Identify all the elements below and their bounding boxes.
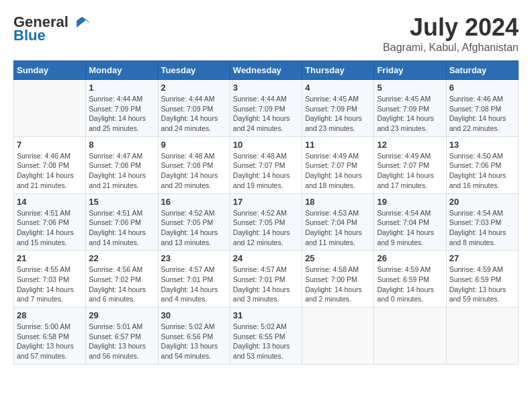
day-cell-1-3: 10Sunrise: 4:48 AMSunset: 7:07 PMDayligh…	[230, 136, 302, 193]
day-detail: Sunrise: 4:44 AMSunset: 7:09 PMDaylight:…	[233, 94, 299, 134]
day-detail: Sunrise: 4:53 AMSunset: 7:04 PMDaylight:…	[305, 208, 371, 248]
day-number: 8	[89, 140, 154, 150]
day-number: 1	[89, 83, 154, 93]
day-number: 18	[305, 197, 371, 207]
day-cell-0-6: 6Sunrise: 4:46 AMSunset: 7:08 PMDaylight…	[446, 80, 518, 137]
day-detail: Sunrise: 4:57 AMSunset: 7:01 PMDaylight:…	[161, 265, 227, 304]
day-number: 3	[233, 83, 299, 93]
day-number: 19	[377, 197, 443, 207]
day-number: 20	[449, 197, 515, 207]
col-thursday: Thursday	[302, 61, 374, 80]
location-subtitle: Bagrami, Kabul, Afghanistan	[383, 42, 519, 54]
day-detail: Sunrise: 4:49 AMSunset: 7:07 PMDaylight:…	[377, 151, 443, 191]
day-cell-3-2: 23Sunrise: 4:57 AMSunset: 7:01 PMDayligh…	[158, 250, 230, 308]
col-monday: Monday	[86, 61, 158, 80]
day-number: 14	[17, 197, 83, 207]
day-number: 13	[449, 140, 515, 150]
day-detail: Sunrise: 4:58 AMSunset: 7:00 PMDaylight:…	[305, 265, 371, 304]
day-number: 6	[449, 83, 515, 93]
day-number: 16	[161, 197, 227, 207]
day-detail: Sunrise: 4:45 AMSunset: 7:09 PMDaylight:…	[377, 94, 443, 134]
day-detail: Sunrise: 4:44 AMSunset: 7:09 PMDaylight:…	[161, 94, 227, 134]
day-cell-3-5: 26Sunrise: 4:59 AMSunset: 6:59 PMDayligh…	[374, 250, 446, 308]
calendar-header-row: Sunday Monday Tuesday Wednesday Thursday…	[14, 61, 519, 80]
calendar-table: Sunday Monday Tuesday Wednesday Thursday…	[13, 60, 519, 365]
day-number: 30	[161, 310, 227, 320]
logo-blue-text: Blue	[13, 27, 46, 44]
day-number: 21	[17, 253, 83, 263]
day-number: 31	[233, 310, 299, 320]
week-row-2: 7Sunrise: 4:46 AMSunset: 7:08 PMDaylight…	[14, 136, 519, 193]
week-row-4: 21Sunrise: 4:55 AMSunset: 7:03 PMDayligh…	[14, 250, 519, 308]
day-cell-1-1: 8Sunrise: 4:47 AMSunset: 7:08 PMDaylight…	[86, 136, 158, 193]
day-detail: Sunrise: 4:48 AMSunset: 7:08 PMDaylight:…	[161, 151, 227, 191]
day-cell-3-1: 22Sunrise: 4:56 AMSunset: 7:02 PMDayligh…	[86, 250, 158, 308]
title-section: July 2024 Bagrami, Kabul, Afghanistan	[383, 13, 519, 54]
day-cell-4-1: 29Sunrise: 5:01 AMSunset: 6:57 PMDayligh…	[86, 308, 158, 365]
col-wednesday: Wednesday	[230, 61, 302, 80]
day-number: 11	[305, 140, 371, 150]
day-number: 22	[89, 253, 154, 263]
day-number: 24	[233, 253, 299, 263]
day-detail: Sunrise: 4:49 AMSunset: 7:07 PMDaylight:…	[305, 151, 371, 191]
col-friday: Friday	[374, 61, 446, 80]
day-number: 9	[161, 140, 227, 150]
day-number: 4	[305, 83, 371, 93]
day-detail: Sunrise: 5:00 AMSunset: 6:58 PMDaylight:…	[17, 322, 83, 361]
day-number: 12	[377, 140, 443, 150]
day-number: 27	[449, 253, 515, 263]
day-cell-0-5: 5Sunrise: 4:45 AMSunset: 7:09 PMDaylight…	[374, 80, 446, 137]
day-detail: Sunrise: 5:02 AMSunset: 6:55 PMDaylight:…	[233, 322, 299, 361]
day-detail: Sunrise: 4:55 AMSunset: 7:03 PMDaylight:…	[17, 265, 83, 304]
day-cell-2-5: 19Sunrise: 4:54 AMSunset: 7:04 PMDayligh…	[374, 193, 446, 250]
logo: General Blue	[13, 13, 90, 44]
day-cell-0-2: 2Sunrise: 4:44 AMSunset: 7:09 PMDaylight…	[158, 80, 230, 137]
day-detail: Sunrise: 4:44 AMSunset: 7:09 PMDaylight:…	[89, 94, 154, 134]
day-cell-4-4	[302, 308, 374, 365]
day-cell-2-0: 14Sunrise: 4:51 AMSunset: 7:06 PMDayligh…	[14, 193, 86, 250]
col-sunday: Sunday	[14, 61, 86, 80]
day-number: 7	[17, 140, 83, 150]
day-number: 25	[305, 253, 371, 263]
day-cell-4-2: 30Sunrise: 5:02 AMSunset: 6:56 PMDayligh…	[158, 308, 230, 365]
day-cell-4-5	[374, 308, 446, 365]
page-header: General Blue July 2024 Bagrami, Kabul, A…	[13, 13, 519, 54]
day-cell-4-0: 28Sunrise: 5:00 AMSunset: 6:58 PMDayligh…	[14, 308, 86, 365]
day-number: 29	[89, 310, 154, 320]
day-cell-1-6: 13Sunrise: 4:50 AMSunset: 7:06 PMDayligh…	[446, 136, 518, 193]
day-number: 26	[377, 253, 443, 263]
day-cell-2-6: 20Sunrise: 4:54 AMSunset: 7:03 PMDayligh…	[446, 193, 518, 250]
day-cell-3-6: 27Sunrise: 4:59 AMSunset: 6:59 PMDayligh…	[446, 250, 518, 308]
col-tuesday: Tuesday	[158, 61, 230, 80]
day-cell-2-1: 15Sunrise: 4:51 AMSunset: 7:06 PMDayligh…	[86, 193, 158, 250]
day-detail: Sunrise: 4:46 AMSunset: 7:08 PMDaylight:…	[17, 151, 83, 191]
day-cell-2-4: 18Sunrise: 4:53 AMSunset: 7:04 PMDayligh…	[302, 193, 374, 250]
day-detail: Sunrise: 5:01 AMSunset: 6:57 PMDaylight:…	[89, 322, 154, 361]
week-row-3: 14Sunrise: 4:51 AMSunset: 7:06 PMDayligh…	[14, 193, 519, 250]
day-number: 2	[161, 83, 227, 93]
day-detail: Sunrise: 4:52 AMSunset: 7:05 PMDaylight:…	[233, 208, 299, 248]
day-cell-2-2: 16Sunrise: 4:52 AMSunset: 7:05 PMDayligh…	[158, 193, 230, 250]
day-detail: Sunrise: 4:59 AMSunset: 6:59 PMDaylight:…	[377, 265, 443, 304]
day-cell-4-6	[446, 308, 518, 365]
day-detail: Sunrise: 4:56 AMSunset: 7:02 PMDaylight:…	[89, 265, 154, 304]
day-cell-1-5: 12Sunrise: 4:49 AMSunset: 7:07 PMDayligh…	[374, 136, 446, 193]
day-cell-4-3: 31Sunrise: 5:02 AMSunset: 6:55 PMDayligh…	[230, 308, 302, 365]
day-detail: Sunrise: 4:47 AMSunset: 7:08 PMDaylight:…	[89, 151, 154, 191]
day-number: 28	[17, 310, 83, 320]
day-detail: Sunrise: 4:54 AMSunset: 7:03 PMDaylight:…	[449, 208, 515, 248]
month-year-title: July 2024	[383, 13, 519, 42]
col-saturday: Saturday	[446, 61, 518, 80]
day-cell-1-2: 9Sunrise: 4:48 AMSunset: 7:08 PMDaylight…	[158, 136, 230, 193]
svg-marker-0	[77, 17, 90, 28]
day-cell-3-4: 25Sunrise: 4:58 AMSunset: 7:00 PMDayligh…	[302, 250, 374, 308]
day-detail: Sunrise: 4:51 AMSunset: 7:06 PMDaylight:…	[89, 208, 154, 248]
day-detail: Sunrise: 4:54 AMSunset: 7:04 PMDaylight:…	[377, 208, 443, 248]
day-detail: Sunrise: 4:50 AMSunset: 7:06 PMDaylight:…	[449, 151, 515, 191]
day-detail: Sunrise: 4:45 AMSunset: 7:09 PMDaylight:…	[305, 94, 371, 134]
day-cell-0-0	[14, 80, 86, 137]
day-detail: Sunrise: 4:46 AMSunset: 7:08 PMDaylight:…	[449, 94, 515, 134]
day-number: 5	[377, 83, 443, 93]
week-row-1: 1Sunrise: 4:44 AMSunset: 7:09 PMDaylight…	[14, 80, 519, 137]
day-detail: Sunrise: 4:48 AMSunset: 7:07 PMDaylight:…	[233, 151, 299, 191]
